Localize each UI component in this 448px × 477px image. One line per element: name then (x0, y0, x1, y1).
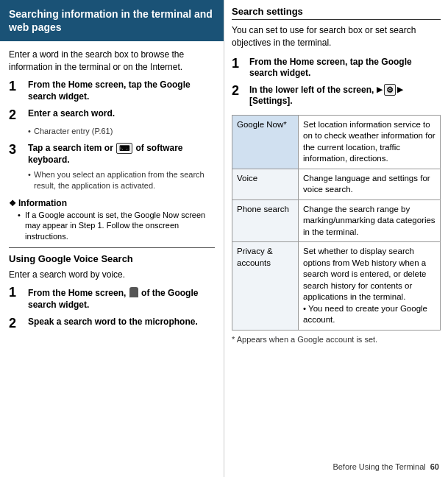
settings-row-desc-3: Set whether to display search options fr… (299, 242, 441, 331)
step-3-sub: When you select an application from the … (9, 169, 215, 192)
settings-icon-row: ▶ ⚙ ▶ (377, 84, 403, 96)
left-column: Searching information in the terminal an… (0, 0, 224, 477)
section-header: Searching information in the terminal an… (0, 0, 224, 41)
voice-step-1-num: 1 (9, 286, 24, 300)
page-footer: Before Using the Terminal 60 (333, 462, 439, 471)
settings-row-name-3: Privacy & accounts (232, 242, 299, 331)
info-title: Information (9, 197, 215, 210)
settings-row-desc-2: Change the search range by marking/unmar… (299, 199, 441, 242)
right-intro: You can set to use for search box or set… (232, 24, 441, 49)
information-block: Information If a Google account is set, … (9, 197, 215, 241)
right-step-1-label: From the Home screen, tap the Google sea… (249, 57, 441, 80)
keyboard-icon: ⌨ (116, 143, 132, 154)
step-2-sub: Character entry (P.61) (9, 126, 215, 137)
info-list: If a Google account is set, the Google N… (9, 210, 215, 241)
footnote: * Appears when a Google account is set. (232, 335, 441, 344)
step-3-label: Tap a search item or ⌨ of software keybo… (28, 143, 215, 166)
step-2-label: Enter a search word. (28, 108, 115, 120)
settings-symbol: ⚙ (384, 84, 396, 96)
step-2-num: 2 (9, 108, 24, 123)
voice-step-1: 1 From the Home screen, of the Google se… (9, 286, 215, 311)
step-1-label: From the Home screen, tap the Google sea… (28, 80, 215, 102)
step-2-sub-item: Character entry (P.61) (28, 126, 215, 137)
intro-text: Enter a word in the search box to browse… (9, 49, 215, 74)
settings-row-2: Phone searchChange the search range by m… (232, 199, 441, 242)
arrow-right-icon: ▶ (377, 85, 383, 94)
step-2: 2 Enter a search word. Character entry (… (9, 108, 215, 137)
step-3: 3 Tap a search item or ⌨ of software key… (9, 143, 215, 191)
settings-row-desc-0: Set location information service to on t… (299, 115, 441, 169)
arrow-right-icon-2: ▶ (397, 85, 403, 94)
settings-row-desc-1: Change language and settings for voice s… (299, 169, 441, 199)
right-step-2-label: In the lower left of the screen, ▶ ⚙ ▶ [… (249, 84, 441, 107)
footer-label: Before Using the Terminal (333, 462, 425, 471)
step-1-num: 1 (9, 80, 24, 94)
step-3-sub-item: When you select an application from the … (28, 169, 215, 192)
settings-row-3: Privacy & accountsSet whether to display… (232, 242, 441, 331)
info-item-0: If a Google account is set, the Google N… (18, 210, 215, 241)
left-content-area: Enter a word in the search box to browse… (0, 41, 224, 344)
voice-step-2: 2 Speak a search word to the microphone. (9, 317, 215, 331)
voice-step-2-num: 2 (9, 317, 24, 331)
settings-row-0: Google Now*Set location information serv… (232, 115, 441, 169)
right-step-2: 2 In the lower left of the screen, ▶ ⚙ ▶… (232, 84, 441, 107)
right-title: Search settings (232, 6, 441, 20)
voice-search-heading: Using Google Voice Search (9, 252, 215, 266)
right-step-1: 1 From the Home screen, tap the Google s… (232, 57, 441, 80)
step-1: 1 From the Home screen, tap the Google s… (9, 80, 215, 102)
settings-table: Google Now*Set location information serv… (232, 115, 441, 331)
right-step-2-num: 2 (232, 84, 245, 99)
voice-step-2-label: Speak a search word to the microphone. (28, 317, 198, 328)
settings-row-1: VoiceChange language and settings for vo… (232, 169, 441, 199)
section-divider (9, 247, 215, 248)
step-3-num: 3 (9, 143, 24, 158)
right-column: Search settings You can set to use for s… (224, 0, 448, 477)
right-step-1-num: 1 (232, 57, 245, 71)
voice-search-subtext: Enter a search word by voice. (9, 269, 215, 281)
header-text: Searching information in the terminal an… (9, 8, 213, 33)
settings-row-name-2: Phone search (232, 199, 299, 242)
settings-row-name-1: Voice (232, 169, 299, 199)
settings-row-name-0: Google Now* (232, 115, 299, 169)
mic-icon (129, 287, 138, 297)
footer-page: 60 (430, 462, 439, 471)
voice-step-1-label: From the Home screen, of the Google sear… (28, 286, 215, 311)
